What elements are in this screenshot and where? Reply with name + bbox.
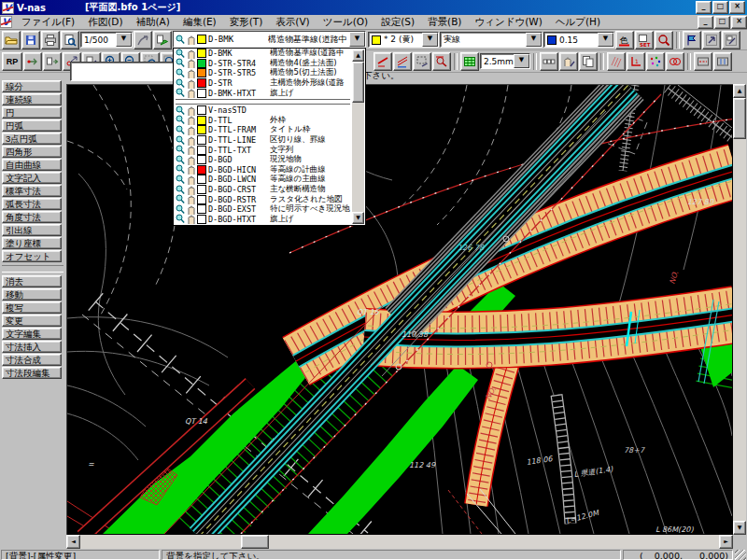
sidebar-edit-0[interactable]: 消去: [2, 275, 62, 287]
preview-button[interactable]: [61, 31, 79, 49]
flag-button[interactable]: [683, 31, 701, 49]
view1-button[interactable]: [702, 31, 721, 49]
color-button[interactable]: 色: [615, 31, 634, 49]
layer-name: D-BGD-HTXT: [208, 215, 268, 224]
chevron-down-icon[interactable]: ▼: [422, 33, 438, 47]
layer-list-item[interactable]: D-BGD-HTXT旗上げ: [174, 215, 352, 225]
panpoint-icon: [26, 55, 39, 68]
scroll-up-icon[interactable]: ▲: [352, 49, 364, 62]
drawing-canvas[interactable]: QT 14QT 15110 38126 78127 80112 49118 06…: [66, 84, 733, 535]
menu-6[interactable]: ツール(O): [317, 15, 374, 30]
horizontal-scrollbar[interactable]: ◄ ►: [66, 535, 733, 549]
layer-list-item[interactable]: D-BMK-HTXT旗上げ: [174, 88, 352, 98]
minimize-button[interactable]: _: [696, 1, 712, 14]
save-button[interactable]: [21, 31, 40, 49]
scale-combo[interactable]: 1/500 ▼: [80, 32, 133, 48]
multipen-button[interactable]: [393, 52, 412, 71]
resize-grip[interactable]: [735, 550, 746, 560]
linewidth-combo[interactable]: 0.15 ▼: [543, 32, 614, 48]
points-button[interactable]: [646, 52, 665, 71]
angledim-button[interactable]: 1: [627, 52, 645, 71]
sidebar-draw-7[interactable]: 文字記入: [2, 172, 62, 184]
sidebar-draw-4[interactable]: 3点円弧: [2, 133, 62, 145]
restore-button[interactable]: □: [712, 1, 728, 14]
scroll-up-icon[interactable]: ▲: [733, 84, 746, 98]
dimv-button[interactable]: [713, 52, 732, 71]
scroll-down-icon[interactable]: ▼: [352, 212, 364, 224]
chevron-down-icon[interactable]: ▼: [349, 32, 365, 47]
sidebar-draw-13[interactable]: オフセット: [2, 250, 62, 262]
copy-button[interactable]: [579, 52, 598, 71]
doc-restore-button[interactable]: □: [714, 16, 730, 29]
open-button[interactable]: [2, 31, 21, 49]
sidebar-edit-2[interactable]: 複写: [2, 301, 62, 314]
sidebar-draw-8[interactable]: 標準寸法: [2, 185, 62, 197]
menu-7[interactable]: 設定(S): [374, 15, 421, 30]
sidebar-draw-1[interactable]: 連続線: [2, 93, 62, 105]
doc-minimize-button[interactable]: _: [698, 16, 713, 29]
panpoint-button[interactable]: [23, 52, 42, 71]
linestyle-combo[interactable]: 実線 ▼: [440, 32, 543, 48]
rp-button[interactable]: RP: [2, 52, 22, 71]
table-button[interactable]: [460, 52, 479, 71]
sidebar-edit-1[interactable]: 移動: [2, 288, 62, 301]
chevron-down-icon[interactable]: ▼: [116, 33, 132, 47]
sidebar-draw-12[interactable]: 塗り座標: [2, 237, 62, 249]
sidebar-draw-5[interactable]: 四角形: [2, 146, 62, 158]
vertical-scrollbar[interactable]: ▲ ▼: [733, 84, 746, 535]
layer-combo[interactable]: D-BMK 構造物基準線(道路中 ▼: [173, 31, 366, 48]
layer-scroll-thumb[interactable]: [352, 62, 364, 103]
jump-button[interactable]: [134, 31, 152, 49]
zoomset-button[interactable]: [655, 31, 673, 49]
print-button[interactable]: [41, 31, 60, 49]
sidebar-edit-5[interactable]: 寸法挿入: [2, 341, 62, 353]
menu-1[interactable]: 作図(D): [81, 15, 129, 30]
scroll-down-icon[interactable]: ▼: [733, 521, 746, 535]
chevron-down-icon[interactable]: ▼: [598, 33, 613, 47]
sidebar-draw-9[interactable]: 弧長寸法: [2, 198, 62, 210]
coordinate-input[interactable]: [70, 62, 174, 81]
handpen-button[interactable]: [559, 52, 578, 71]
sidebar-edit-7[interactable]: 寸法段編集: [2, 367, 62, 379]
close-button[interactable]: ×: [729, 1, 745, 14]
menu-9[interactable]: ウィンドウ(W): [468, 15, 548, 30]
chevron-down-icon[interactable]: ▼: [514, 54, 529, 68]
view2-button[interactable]: [722, 31, 740, 49]
menu-2[interactable]: 補助(A): [130, 15, 176, 30]
menu-3[interactable]: 編集(E): [176, 15, 223, 30]
sidebar-draw-6[interactable]: 自由曲線: [2, 159, 62, 171]
toolbar-file: 1/500 ▼ * 2 (黄) ▼ 実線 ▼ 0.15 ▼ 色SET: [0, 30, 747, 50]
circles-button[interactable]: [666, 52, 684, 71]
doc-close-button[interactable]: ×: [731, 16, 747, 29]
sidebar-edit-3[interactable]: 変更: [2, 315, 62, 327]
dimh-button[interactable]: [694, 52, 712, 71]
scroll-right-icon[interactable]: ►: [719, 535, 733, 549]
menu-8[interactable]: 背景(B): [421, 15, 468, 30]
chain-button[interactable]: [540, 52, 558, 71]
menu-0[interactable]: ファイル(F): [15, 15, 81, 30]
menu-5[interactable]: 表示(V): [269, 15, 316, 30]
boxsel-button[interactable]: [413, 52, 431, 71]
redline-button[interactable]: [374, 52, 392, 71]
redmag-button[interactable]: [432, 52, 451, 71]
set-button[interactable]: SET: [635, 31, 654, 49]
send-button[interactable]: [153, 31, 172, 49]
panpage-button[interactable]: [43, 52, 62, 71]
pen-combo[interactable]: * 2 (黄) ▼: [368, 32, 439, 48]
sidebar-draw-0[interactable]: 線分: [2, 80, 62, 92]
hscroll-thumb[interactable]: [241, 535, 269, 549]
sidebar-draw-10[interactable]: 角度寸法: [2, 211, 62, 223]
menu-4[interactable]: 変形(T): [223, 15, 270, 30]
sidebar-draw-2[interactable]: 円: [2, 106, 62, 119]
sidebar-edit-6[interactable]: 寸法合成: [2, 354, 62, 366]
sidebar-edit-4[interactable]: 文字編集: [2, 328, 62, 340]
chevron-down-icon[interactable]: ▼: [526, 33, 542, 47]
layer-list-scrollbar[interactable]: ▲ ▼: [352, 49, 364, 224]
menu-10[interactable]: ヘルプ(H): [549, 15, 607, 30]
sidebar-draw-3[interactable]: 円弧: [2, 119, 62, 132]
hatch-button[interactable]: [607, 52, 626, 71]
vscroll-thumb[interactable]: [733, 98, 746, 139]
textsize-combo[interactable]: 2.5mm ▼: [480, 53, 530, 69]
sidebar-draw-11[interactable]: 引出線: [2, 224, 62, 236]
scroll-left-icon[interactable]: ◄: [66, 535, 80, 549]
